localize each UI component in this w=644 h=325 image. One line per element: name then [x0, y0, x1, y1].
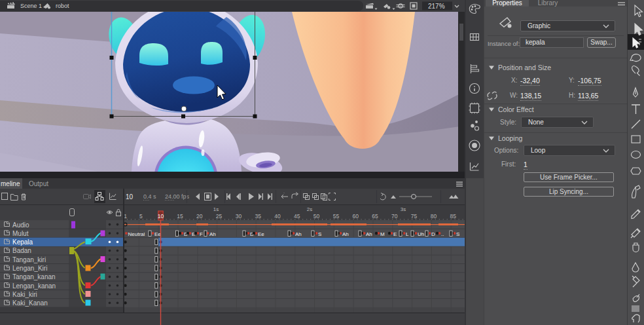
- svg-text:60: 60: [352, 213, 359, 220]
- svg-text:55: 55: [333, 213, 340, 220]
- svg-text:Uh: Uh: [418, 231, 424, 237]
- svg-text:robot: robot: [56, 3, 69, 9]
- svg-text:Kaki_Kanan: Kaki_Kanan: [12, 299, 48, 307]
- svg-text:5: 5: [139, 213, 143, 220]
- svg-text:0.4 s: 0.4 s: [143, 193, 156, 200]
- svg-text:Scene 1: Scene 1: [20, 3, 42, 9]
- svg-text:2s: 2s: [307, 206, 312, 212]
- svg-text:E: E: [393, 231, 397, 237]
- svg-text:Badan: Badan: [12, 247, 31, 254]
- svg-text:10: 10: [158, 213, 164, 220]
- svg-text:Lengan_Kiri: Lengan_Kiri: [12, 265, 47, 272]
- svg-text:Kaki_kiri: Kaki_kiri: [12, 291, 37, 298]
- svg-text:S: S: [456, 231, 459, 237]
- svg-text:Audio: Audio: [12, 221, 29, 229]
- svg-text:F: F: [200, 231, 203, 237]
- svg-text:217%: 217%: [428, 3, 445, 10]
- svg-text:30: 30: [236, 213, 242, 220]
- svg-text:20: 20: [196, 213, 203, 220]
- svg-text:50: 50: [313, 213, 320, 220]
- svg-text:25: 25: [216, 213, 223, 220]
- svg-text:80: 80: [431, 213, 437, 220]
- svg-text:40: 40: [274, 213, 281, 220]
- svg-text:Ah: Ah: [342, 231, 349, 237]
- svg-text:Ah: Ah: [366, 231, 372, 237]
- svg-text:S: S: [318, 231, 321, 237]
- svg-text:Ee: Ee: [258, 231, 264, 237]
- svg-text:24.00 fps: 24.00 fps: [165, 193, 190, 200]
- svg-text:3s: 3s: [401, 206, 406, 212]
- svg-text:85: 85: [450, 213, 456, 220]
- svg-text:Neutral: Neutral: [128, 231, 145, 237]
- svg-text:70: 70: [391, 213, 398, 220]
- svg-text:Mulut: Mulut: [12, 230, 29, 237]
- svg-text:Lengan_kanan: Lengan_kanan: [12, 282, 56, 290]
- svg-text:Ah: Ah: [295, 231, 302, 237]
- svg-text:Ah: Ah: [209, 231, 216, 237]
- svg-text:15: 15: [177, 213, 183, 220]
- svg-text:Tangan_kanan: Tangan_kanan: [12, 273, 56, 280]
- svg-text:Ee: Ee: [154, 231, 161, 237]
- svg-text:75: 75: [411, 213, 418, 220]
- svg-text:1s: 1s: [213, 206, 219, 212]
- svg-text:Kepala: Kepala: [12, 239, 33, 246]
- svg-text:D: D: [431, 231, 435, 237]
- svg-text:10: 10: [126, 193, 134, 201]
- svg-text:65: 65: [372, 213, 378, 220]
- svg-text:..: ..: [441, 231, 444, 237]
- svg-text:L: L: [406, 231, 409, 237]
- svg-text:meline: meline: [1, 180, 20, 187]
- svg-text:35: 35: [255, 213, 261, 220]
- svg-text:Output: Output: [29, 180, 48, 187]
- svg-text:Tangan_kiri: Tangan_kiri: [12, 256, 46, 263]
- svg-text:M: M: [380, 231, 385, 237]
- svg-text:45: 45: [294, 213, 300, 220]
